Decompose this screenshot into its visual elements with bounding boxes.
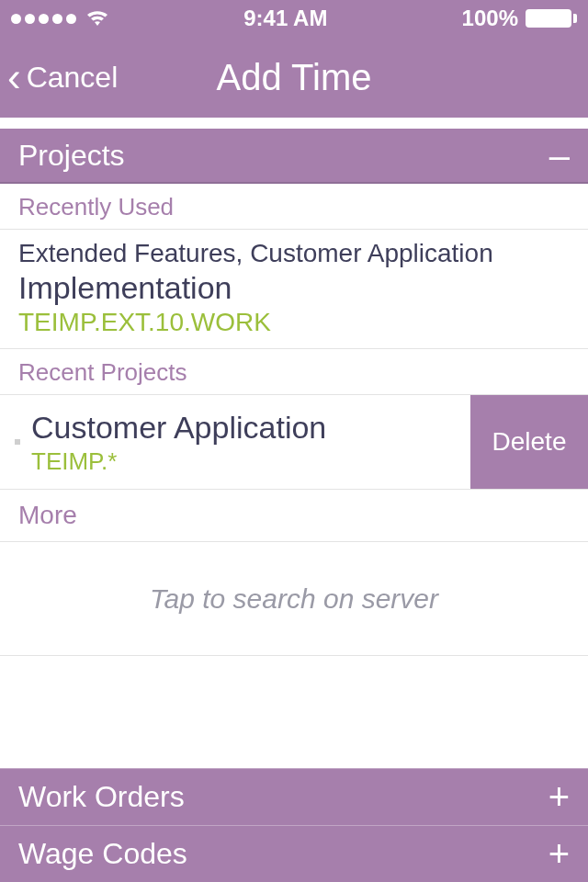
- delete-button[interactable]: Delete: [470, 395, 588, 489]
- section-work-orders-label: Work Orders: [18, 780, 185, 814]
- cancel-button[interactable]: ‹ Cancel: [0, 57, 118, 97]
- expand-icon: +: [548, 776, 570, 818]
- recently-used-code: TEIMP.EXT.10.WORK: [18, 308, 570, 337]
- search-hint: Tap to search on server: [150, 583, 438, 615]
- collapse-icon: –: [549, 135, 570, 176]
- search-server-button[interactable]: Tap to search on server: [0, 542, 588, 656]
- recent-project-title: Customer Application: [31, 410, 452, 446]
- recent-project-code: TEIMP.*: [31, 447, 452, 476]
- section-wage-codes[interactable]: Wage Codes +: [0, 825, 588, 882]
- cancel-label: Cancel: [27, 61, 119, 95]
- recent-project-row: Customer Application TEIMP.* Delete: [0, 395, 588, 490]
- status-bar: 9:41 AM 100%: [0, 0, 588, 37]
- recently-used-header: Recently Used: [0, 184, 588, 230]
- section-wage-codes-label: Wage Codes: [18, 837, 187, 871]
- content-spacer: [0, 656, 588, 768]
- status-time: 9:41 AM: [243, 6, 327, 31]
- more-button[interactable]: More: [0, 490, 588, 542]
- nav-bar: ‹ Cancel Add Time: [0, 37, 588, 118]
- section-projects[interactable]: Projects –: [0, 129, 588, 184]
- recent-project-item[interactable]: Customer Application TEIMP.*: [0, 395, 470, 489]
- section-work-orders[interactable]: Work Orders +: [0, 768, 588, 825]
- section-projects-label: Projects: [18, 139, 125, 173]
- delete-label: Delete: [492, 427, 567, 457]
- recently-used-line1: Extended Features, Customer Application: [18, 239, 570, 268]
- wifi-icon: [85, 9, 109, 28]
- battery-icon: [526, 9, 577, 28]
- recent-projects-header: Recent Projects: [0, 349, 588, 395]
- recently-used-line2: Implementation: [18, 270, 570, 306]
- signal-strength-icon: [11, 14, 76, 24]
- drag-handle-icon: [15, 439, 20, 445]
- chevron-left-icon: ‹: [7, 57, 21, 97]
- expand-icon: +: [548, 833, 570, 875]
- recently-used-item[interactable]: Extended Features, Customer Application …: [0, 230, 588, 349]
- more-label: More: [18, 501, 77, 529]
- battery-percent: 100%: [462, 6, 518, 31]
